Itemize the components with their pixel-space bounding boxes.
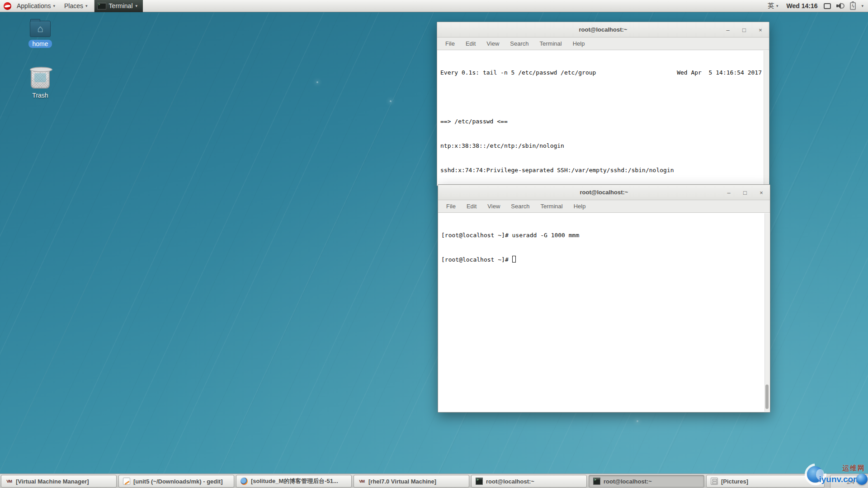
menu-terminal[interactable]: Terminal <box>540 40 562 47</box>
watch-timestamp: Wed Apr 5 14:16:54 2017 <box>677 69 762 77</box>
chevron-down-icon: ▾ <box>53 4 56 8</box>
applications-menu-label: Applications <box>17 2 51 9</box>
panel-status-area: 英 ▾ Wed 14:16 ϟ ▾ <box>766 0 868 12</box>
menu-file[interactable]: File <box>445 40 455 47</box>
places-menu[interactable]: Places ▾ <box>60 0 92 12</box>
watch-header-line: Every 0.1s: tail -n 5 /etc/passwd /etc/g… <box>440 69 762 77</box>
taskbar-button-label: [Virtual Machine Manager] <box>16 478 89 485</box>
menu-file[interactable]: File <box>446 203 456 210</box>
taskbar-button-label: [Pictures] <box>721 478 748 485</box>
terminal-window-watch[interactable]: root@localhost:~ – □ × File Edit View Se… <box>437 22 769 186</box>
terminal-icon <box>97 2 106 9</box>
menu-help[interactable]: Help <box>573 40 585 47</box>
clock[interactable]: Wed 14:16 <box>786 2 817 9</box>
status-icons: ϟ ▾ <box>824 2 863 10</box>
terminal-prompt-line: [root@localhost ~]# <box>441 256 763 264</box>
terminal-line: ntp:x:38:38::/etc/ntp:/sbin/nologin <box>440 142 762 150</box>
menubar: File Edit View Search Terminal Help <box>437 38 769 50</box>
terminal-line <box>440 93 762 101</box>
volume-icon-part <box>840 3 844 9</box>
menu-edit[interactable]: Edit <box>467 203 476 210</box>
terminal-line: ==> /etc/passwd <== <box>440 117 762 126</box>
minimize-button[interactable]: – <box>726 189 732 196</box>
taskbar-button-label: root@localhost:~ <box>486 478 534 485</box>
close-button[interactable]: × <box>757 27 764 33</box>
wallpaper-sparkle <box>316 81 318 83</box>
taskbar-button-terminal-2[interactable]: root@localhost:~ <box>589 475 704 488</box>
menu-edit[interactable]: Edit <box>466 40 476 47</box>
taskbar-button-firefox[interactable]: [solitude_M的博客管理后台-51... <box>236 475 352 488</box>
scrollbar[interactable] <box>764 51 769 185</box>
taskbar-button-label: [solitude_M的博客管理后台-51... <box>251 477 338 485</box>
menu-view[interactable]: View <box>486 40 499 47</box>
taskbar-button-pictures[interactable]: [Pictures] <box>706 475 825 488</box>
watch-command: Every 0.1s: tail -n 5 /etc/passwd /etc/g… <box>440 69 596 77</box>
active-app-label: Terminal <box>109 2 133 9</box>
menu-terminal[interactable]: Terminal <box>541 203 563 210</box>
battery-charging-icon[interactable]: ϟ <box>850 2 856 10</box>
wallpaper-sparkle <box>390 100 392 102</box>
window-title: root@localhost:~ <box>579 26 627 33</box>
window-title: root@localhost:~ <box>580 189 628 196</box>
chevron-down-icon: ▾ <box>136 4 138 8</box>
maximize-button[interactable]: □ <box>742 189 748 196</box>
window-controls: – □ × <box>725 22 764 38</box>
terminal-window-focused[interactable]: root@localhost:~ – □ × File Edit View Se… <box>438 184 770 413</box>
desktop-icon-home[interactable]: ⌂ home <box>21 21 60 48</box>
workspace-switcher[interactable]: 1/4 <box>830 475 868 488</box>
house-glyph: ⌂ <box>37 24 43 34</box>
applications-menu[interactable]: Applications ▾ <box>12 0 60 12</box>
home-icon-label: home <box>28 40 52 48</box>
gedit-icon <box>123 478 130 485</box>
menubar: File Edit View Search Terminal Help <box>438 200 770 213</box>
chevron-down-icon: ▾ <box>776 4 778 8</box>
menu-view[interactable]: View <box>487 203 500 210</box>
taskbar-button-label: [rhel7.0 Virtual Machine] <box>368 478 436 485</box>
menu-search[interactable]: Search <box>510 40 528 47</box>
volume-icon[interactable] <box>836 3 844 9</box>
vmm-icon: VM <box>5 478 13 485</box>
file-manager-icon <box>711 478 718 485</box>
input-method-label: 英 <box>768 2 774 10</box>
screen: Applications ▾ Places ▾ Terminal ▾ 英 ▾ W… <box>0 0 868 488</box>
terminal-icon <box>476 478 483 485</box>
screen-icon[interactable] <box>824 3 831 9</box>
taskbar-button-vmm[interactable]: VM [Virtual Machine Manager] <box>1 475 117 488</box>
desktop-icon-trash[interactable]: Trash <box>21 69 60 99</box>
terminal-output[interactable]: Every 0.1s: tail -n 5 /etc/passwd /etc/g… <box>437 50 769 186</box>
chevron-down-icon: ▾ <box>85 4 88 8</box>
titlebar[interactable]: root@localhost:~ – □ × <box>438 185 770 200</box>
scrollbar[interactable] <box>764 213 769 412</box>
terminal-icon <box>593 478 600 485</box>
maximize-button[interactable]: □ <box>741 27 747 33</box>
minimize-button[interactable]: – <box>725 27 731 33</box>
taskbar-button-rhel-vm[interactable]: VM [rhel7.0 Virtual Machine] <box>354 475 469 488</box>
terminal-line: [root@localhost ~]# useradd -G 1000 mmm <box>441 231 763 239</box>
window-controls: – □ × <box>726 185 764 200</box>
firefox-icon <box>241 478 248 485</box>
shell-prompt: [root@localhost ~]# <box>441 256 512 263</box>
trash-icon <box>31 69 50 89</box>
active-app-menu[interactable]: Terminal ▾ <box>94 0 143 12</box>
taskbar-button-terminal-1[interactable]: root@localhost:~ <box>471 475 587 488</box>
titlebar[interactable]: root@localhost:~ – □ × <box>437 22 769 38</box>
menu-search[interactable]: Search <box>511 203 529 210</box>
trash-icon-label: Trash <box>28 91 52 99</box>
scrollbar-thumb[interactable] <box>765 385 769 409</box>
input-method-indicator[interactable]: 英 ▾ <box>766 0 780 12</box>
redhat-logo-icon <box>4 2 11 10</box>
terminal-output[interactable]: [root@localhost ~]# useradd -G 1000 mmm … <box>438 213 770 412</box>
terminal-cursor <box>512 256 516 263</box>
menu-help[interactable]: Help <box>574 203 586 210</box>
terminal-line: sshd:x:74:74:Privilege-separated SSH:/va… <box>440 166 762 174</box>
places-menu-label: Places <box>64 2 83 9</box>
chevron-down-icon[interactable]: ▾ <box>861 4 863 8</box>
close-button[interactable]: × <box>758 189 764 196</box>
taskbar: VM [Virtual Machine Manager] [unit5 (~/D… <box>0 474 868 488</box>
wallpaper-sparkle <box>637 420 638 422</box>
vmm-icon: VM <box>358 478 365 485</box>
taskbar-button-gedit[interactable]: [unit5 (~/Downloads/mk) - gedit] <box>118 475 234 488</box>
top-panel: Applications ▾ Places ▾ Terminal ▾ 英 ▾ W… <box>0 0 868 12</box>
taskbar-button-label: [unit5 (~/Downloads/mk) - gedit] <box>133 478 223 485</box>
home-folder-icon: ⌂ <box>30 21 51 37</box>
